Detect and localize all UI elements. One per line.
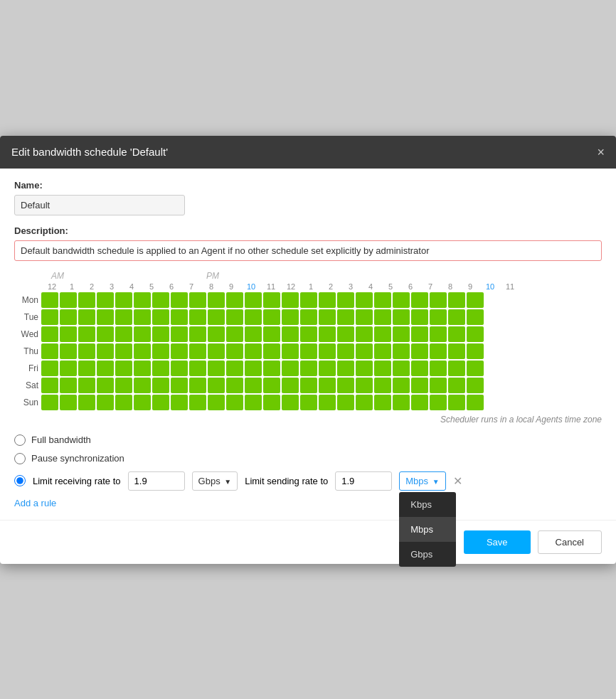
cell-thu-5[interactable] xyxy=(134,343,151,359)
cell-sat-12[interactable] xyxy=(263,378,280,393)
cell-mon-19[interactable] xyxy=(393,292,410,308)
cell-mon-9[interactable] xyxy=(208,292,225,308)
cell-thu-19[interactable] xyxy=(393,343,410,359)
cell-fri-21[interactable] xyxy=(430,361,447,376)
cell-thu-20[interactable] xyxy=(411,343,428,359)
cell-fri-15[interactable] xyxy=(319,361,336,376)
cell-fri-13[interactable] xyxy=(282,361,299,376)
pause-sync-radio[interactable] xyxy=(14,453,26,464)
cell-sun-4[interactable] xyxy=(115,395,132,410)
cell-wed-15[interactable] xyxy=(319,326,336,342)
cell-tue-10[interactable] xyxy=(226,309,243,325)
cell-fri-0[interactable] xyxy=(41,361,58,376)
cell-fri-7[interactable] xyxy=(171,361,188,376)
cell-sat-17[interactable] xyxy=(356,378,373,393)
cell-mon-23[interactable] xyxy=(467,292,484,308)
cell-fri-23[interactable] xyxy=(467,361,484,376)
cell-sat-10[interactable] xyxy=(226,378,243,393)
cell-sun-14[interactable] xyxy=(300,395,317,410)
cell-thu-4[interactable] xyxy=(115,343,132,359)
close-button[interactable]: × xyxy=(597,146,605,159)
cell-tue-12[interactable] xyxy=(263,309,280,325)
cell-sun-6[interactable] xyxy=(152,395,169,410)
cell-sat-0[interactable] xyxy=(41,378,58,393)
cell-tue-13[interactable] xyxy=(282,309,299,325)
cell-mon-17[interactable] xyxy=(356,292,373,308)
cell-tue-6[interactable] xyxy=(152,309,169,325)
cell-wed-2[interactable] xyxy=(78,326,95,342)
cell-fri-1[interactable] xyxy=(60,361,77,376)
cell-tue-11[interactable] xyxy=(245,309,262,325)
receiving-rate-input[interactable] xyxy=(128,471,185,491)
cell-tue-23[interactable] xyxy=(467,309,484,325)
cell-mon-0[interactable] xyxy=(41,292,58,308)
limit-rate-radio[interactable] xyxy=(14,475,26,486)
cell-mon-5[interactable] xyxy=(134,292,151,308)
cell-sun-20[interactable] xyxy=(411,395,428,410)
cell-wed-7[interactable] xyxy=(171,326,188,342)
cell-tue-5[interactable] xyxy=(134,309,151,325)
cell-thu-8[interactable] xyxy=(189,343,206,359)
cell-fri-3[interactable] xyxy=(97,361,114,376)
cell-mon-1[interactable] xyxy=(60,292,77,308)
cell-tue-9[interactable] xyxy=(208,309,225,325)
cell-wed-17[interactable] xyxy=(356,326,373,342)
cell-thu-6[interactable] xyxy=(152,343,169,359)
cell-fri-10[interactable] xyxy=(226,361,243,376)
cell-thu-13[interactable] xyxy=(282,343,299,359)
cell-tue-2[interactable] xyxy=(78,309,95,325)
cell-fri-4[interactable] xyxy=(115,361,132,376)
cell-tue-3[interactable] xyxy=(97,309,114,325)
cell-sat-9[interactable] xyxy=(208,378,225,393)
cell-sun-16[interactable] xyxy=(337,395,354,410)
cell-wed-6[interactable] xyxy=(152,326,169,342)
cell-wed-4[interactable] xyxy=(115,326,132,342)
cell-tue-15[interactable] xyxy=(319,309,336,325)
unit-kbps[interactable]: Kbps xyxy=(399,492,456,517)
cell-wed-1[interactable] xyxy=(60,326,77,342)
cell-mon-22[interactable] xyxy=(448,292,465,308)
cell-thu-12[interactable] xyxy=(263,343,280,359)
cell-thu-9[interactable] xyxy=(208,343,225,359)
cell-sun-7[interactable] xyxy=(171,395,188,410)
cell-mon-12[interactable] xyxy=(263,292,280,308)
cell-tue-0[interactable] xyxy=(41,309,58,325)
cell-wed-16[interactable] xyxy=(337,326,354,342)
cell-mon-10[interactable] xyxy=(226,292,243,308)
cell-sat-4[interactable] xyxy=(115,378,132,393)
cell-sun-10[interactable] xyxy=(226,395,243,410)
cell-mon-18[interactable] xyxy=(374,292,391,308)
cell-sun-17[interactable] xyxy=(356,395,373,410)
cell-sun-3[interactable] xyxy=(97,395,114,410)
cell-tue-18[interactable] xyxy=(374,309,391,325)
cell-thu-22[interactable] xyxy=(448,343,465,359)
cell-sat-3[interactable] xyxy=(97,378,114,393)
cell-fri-9[interactable] xyxy=(208,361,225,376)
cell-sat-5[interactable] xyxy=(134,378,151,393)
cell-wed-14[interactable] xyxy=(300,326,317,342)
cell-wed-23[interactable] xyxy=(467,326,484,342)
cell-sat-15[interactable] xyxy=(319,378,336,393)
cell-mon-11[interactable] xyxy=(245,292,262,308)
cell-wed-11[interactable] xyxy=(245,326,262,342)
add-rule-link[interactable]: Add a rule xyxy=(14,498,56,508)
cell-sun-12[interactable] xyxy=(263,395,280,410)
cell-thu-15[interactable] xyxy=(319,343,336,359)
save-button[interactable]: Save xyxy=(464,530,531,554)
cell-wed-0[interactable] xyxy=(41,326,58,342)
cell-wed-22[interactable] xyxy=(448,326,465,342)
cell-sat-19[interactable] xyxy=(393,378,410,393)
cell-tue-22[interactable] xyxy=(448,309,465,325)
cell-fri-6[interactable] xyxy=(152,361,169,376)
cell-thu-1[interactable] xyxy=(60,343,77,359)
cell-thu-3[interactable] xyxy=(97,343,114,359)
cell-mon-21[interactable] xyxy=(430,292,447,308)
cell-mon-16[interactable] xyxy=(337,292,354,308)
cell-thu-10[interactable] xyxy=(226,343,243,359)
cancel-button[interactable]: Cancel xyxy=(538,530,602,554)
cell-sat-2[interactable] xyxy=(78,378,95,393)
description-input[interactable] xyxy=(14,240,602,261)
cell-mon-2[interactable] xyxy=(78,292,95,308)
cell-thu-7[interactable] xyxy=(171,343,188,359)
cell-wed-19[interactable] xyxy=(393,326,410,342)
